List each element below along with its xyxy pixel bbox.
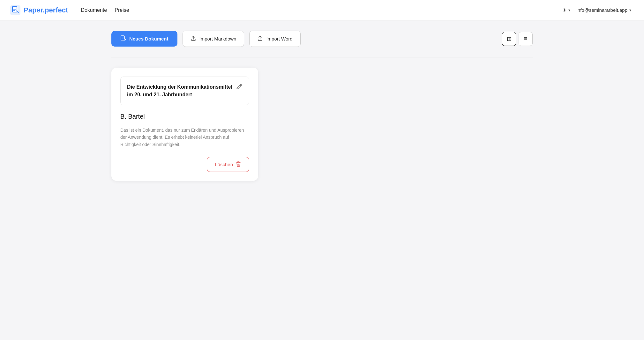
logo-icon bbox=[10, 5, 20, 15]
svg-line-12 bbox=[240, 85, 241, 86]
edit-title-button[interactable] bbox=[232, 83, 243, 91]
pencil-icon bbox=[236, 83, 243, 90]
delete-button[interactable]: Löschen bbox=[207, 157, 249, 172]
trash-icon bbox=[236, 161, 241, 168]
theme-chevron-icon: ▾ bbox=[568, 8, 570, 12]
document-card: Die Entwicklung der Kommunikationsmittel… bbox=[111, 68, 258, 181]
grid-view-button[interactable]: ⊞ bbox=[502, 32, 516, 46]
import-word-label: Import Word bbox=[266, 36, 292, 41]
user-email: info@seminararbeit.app bbox=[577, 7, 627, 13]
list-view-button[interactable]: ≡ bbox=[519, 32, 533, 46]
divider bbox=[111, 57, 533, 57]
doc-title: Die Entwicklung der Kommunikationsmittel… bbox=[127, 83, 232, 99]
doc-actions: Löschen bbox=[120, 157, 249, 172]
main-nav: Dokumente Preise bbox=[81, 7, 129, 13]
sun-icon: ☀ bbox=[562, 7, 567, 14]
upload-word-icon bbox=[257, 35, 263, 42]
list-icon: ≡ bbox=[524, 35, 528, 42]
nav-dokumente[interactable]: Dokumente bbox=[81, 7, 107, 13]
user-menu-button[interactable]: info@seminararbeit.app ▾ bbox=[574, 6, 634, 14]
new-doc-icon bbox=[120, 35, 126, 42]
navbar-right: ☀ ▾ info@seminararbeit.app ▾ bbox=[561, 5, 634, 15]
theme-toggle-button[interactable]: ☀ ▾ bbox=[561, 5, 572, 15]
view-toggle: ⊞ ≡ bbox=[502, 32, 533, 46]
grid-icon: ⊞ bbox=[507, 35, 512, 42]
logo-link[interactable]: Paper.perfect bbox=[10, 5, 68, 15]
nav-preise[interactable]: Preise bbox=[115, 7, 129, 13]
import-markdown-label: Import Markdown bbox=[199, 36, 236, 41]
doc-author: B. Bartel bbox=[120, 113, 249, 120]
logo-text: Paper.perfect bbox=[24, 6, 68, 14]
doc-title-row: Die Entwicklung der Kommunikationsmittel… bbox=[120, 77, 249, 105]
delete-label: Löschen bbox=[215, 162, 233, 167]
new-document-button[interactable]: Neues Dokument bbox=[111, 31, 177, 47]
upload-markdown-icon bbox=[191, 35, 196, 42]
toolbar: Neues Dokument Import Markdown Impor bbox=[111, 31, 533, 47]
documents-grid: Die Entwicklung der Kommunikationsmittel… bbox=[111, 68, 533, 181]
main-content: Neues Dokument Import Markdown Impor bbox=[99, 20, 545, 191]
new-document-label: Neues Dokument bbox=[129, 36, 168, 41]
import-word-button[interactable]: Import Word bbox=[249, 31, 300, 47]
user-chevron-icon: ▾ bbox=[629, 8, 631, 12]
doc-description: Das ist ein Dokument, das nur zum Erklär… bbox=[120, 127, 249, 148]
navbar: Paper.perfect Dokumente Preise ☀ ▾ info@… bbox=[0, 0, 644, 20]
import-markdown-button[interactable]: Import Markdown bbox=[183, 31, 244, 47]
